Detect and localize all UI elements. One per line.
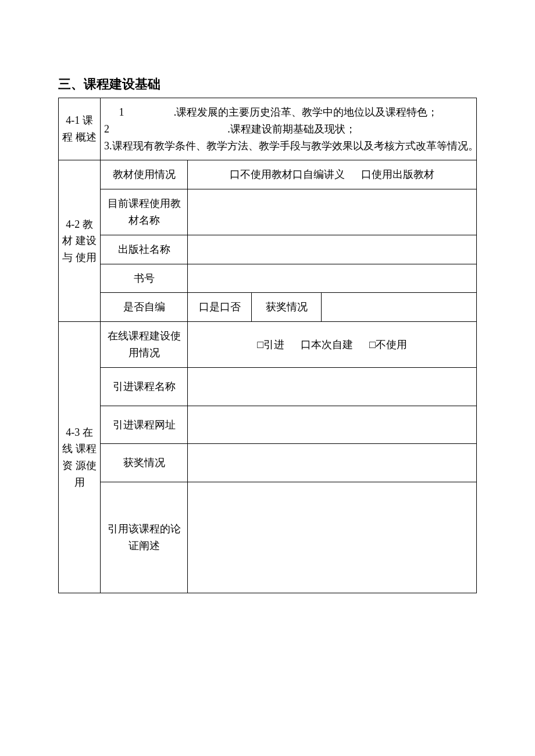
import-course-name-label: 引进课程名称: [101, 367, 188, 406]
award-value-42: [322, 293, 477, 322]
isbn-label: 书号: [101, 264, 188, 293]
opt-published-textbook: 口使用出版教材: [361, 166, 434, 183]
import-course-name-value: [188, 367, 477, 406]
online-usage-label: 在线课程建设使 用情况: [101, 322, 188, 368]
item-text-2: .课程建设前期基础及现状；: [110, 121, 473, 138]
award-label-42: 获奖情况: [252, 293, 322, 322]
row-4-3-header: 4-3 在线 课程资 源使用: [59, 322, 101, 593]
opt-import: □引进: [257, 336, 284, 353]
item-text-3: .课程现有教学条件、教学方法、教学手段与教学效果以及考核方式改革等情况。: [109, 138, 479, 155]
textbook-usage-label: 教材使用情况: [101, 160, 188, 189]
import-course-url-label: 引进课程网址: [101, 406, 188, 444]
opt-not-use: □不使用: [369, 336, 407, 353]
section-title: 三、课程建设基础: [58, 76, 477, 93]
self-compiled-label: 是否自编: [101, 293, 188, 322]
opt-no-textbook-self-notes: 口不使用教材口自编讲义: [230, 166, 345, 183]
award-value-43: [188, 444, 477, 482]
online-usage-options: □引进 口本次自建 □不使用: [188, 322, 477, 368]
row-4-2-header: 4-2 教材 建设与 使用: [59, 160, 101, 322]
publisher-value: [188, 235, 477, 264]
item-text-1: .课程发展的主要历史沿革、教学中的地位以及课程特色；: [139, 104, 473, 121]
citation-discussion-value: [188, 482, 477, 593]
row-4-1-header: 4-1 课程 概述: [59, 98, 101, 160]
citation-discussion-label: 引用该课程的论 证阐述: [101, 482, 188, 593]
isbn-value: [188, 264, 477, 293]
item-num-1: 1: [104, 104, 139, 121]
item-num-2: 2: [104, 121, 109, 138]
row-4-1-content: 1 .课程发展的主要历史沿革、教学中的地位以及课程特色； 2 .课程建设前期基础…: [101, 98, 477, 160]
self-compiled-value: 口是口否: [188, 293, 252, 322]
course-foundation-table: 4-1 课程 概述 1 .课程发展的主要历史沿革、教学中的地位以及课程特色； 2…: [58, 98, 477, 593]
award-label-43: 获奖情况: [101, 444, 188, 482]
item-num-3: 3: [104, 138, 109, 155]
publisher-label: 出版社名称: [101, 235, 188, 264]
textbook-usage-options: 口不使用教材口自编讲义 口使用出版教材: [188, 160, 477, 189]
import-course-url-value: [188, 406, 477, 444]
current-textbook-name-value: [188, 189, 477, 235]
opt-self-build: 口本次自建: [301, 336, 353, 353]
current-textbook-name-label: 目前课程使用教 材名称: [101, 189, 188, 235]
